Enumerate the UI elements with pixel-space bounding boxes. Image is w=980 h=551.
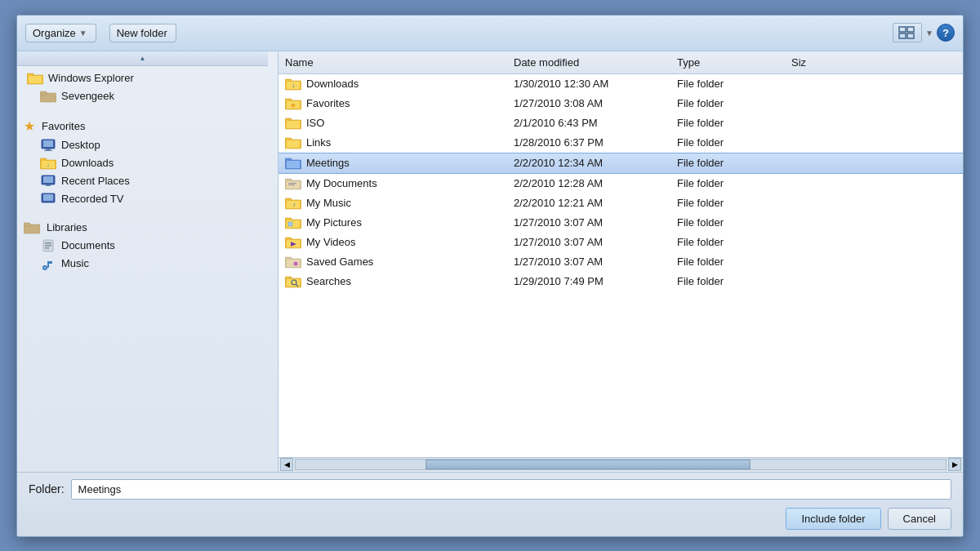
svg-rect-27 [45,247,49,249]
file-name-my-music: ♪ My Music [278,196,507,211]
file-type-favorites: File folder [670,96,785,110]
file-type-searches: File folder [670,274,785,288]
col-header-date[interactable]: Date modified [507,55,670,70]
nav-item-desktop[interactable]: Desktop [17,136,278,154]
col-header-size[interactable]: Siz [785,55,834,70]
cancel-button[interactable]: Cancel [888,508,951,530]
file-name-links: Links [278,136,507,150]
nav-sub-folder-icon [40,90,56,103]
h-scroll-right-btn[interactable]: ▶ [948,458,961,471]
monitor-icon [40,139,56,152]
nav-libraries-label: Libraries [47,221,87,233]
recorded-tv-icon [40,193,56,206]
file-type-iso: File folder [670,116,785,130]
organize-label: Organize [33,27,76,39]
file-myvid-icon [285,236,301,249]
file-date-my-videos: 1/27/2010 3:07 AM [507,235,670,249]
file-row-saved-games[interactable]: Saved Games 1/27/2010 3:07 AM File folde… [278,252,963,272]
file-row-my-music[interactable]: ♪ My Music 2/2/2010 12:21 AM File folder [278,193,963,213]
col-header-name[interactable]: Name [278,55,507,70]
col-header-type[interactable]: Type [670,55,785,70]
file-savedgames-icon [285,256,301,269]
svg-rect-61 [288,222,292,226]
svg-rect-21 [43,194,53,201]
h-scroll-thumb[interactable] [425,460,751,469]
recent-places-icon [40,175,56,188]
file-row-searches[interactable]: Searches 1/29/2010 7:49 PM File folder [278,272,963,291]
horizontal-scrollbar[interactable]: ◀ ▶ [278,457,963,472]
main-area: ▲ Windows Explorer Sevengeek [17,51,963,472]
nav-section-libraries[interactable]: Libraries [17,216,278,237]
organize-chevron-icon: ▼ [79,29,87,38]
file-row-downloads[interactable]: ↓ Downloads 1/30/2010 12:30 AM File fold… [278,74,963,94]
file-name-my-pictures: My Pictures [278,216,507,230]
folder-label: Folder: [29,482,65,495]
nav-scroll-up[interactable]: ▲ [17,51,268,66]
file-row-my-pictures[interactable]: My Pictures 1/27/2010 3:07 AM File folde… [278,213,963,233]
nav-item-recent-places[interactable]: Recent Places [17,172,278,190]
file-date-favorites: 1/27/2010 3:08 AM [507,96,670,110]
svg-rect-25 [45,242,51,244]
file-name-my-documents: My Documents [278,176,507,191]
file-size-downloads [785,83,834,85]
file-row-favorites[interactable]: ★ Favorites 1/27/2010 3:08 AM File folde… [278,94,963,113]
file-type-downloads: File folder [670,77,785,91]
nav-item-documents[interactable]: Documents [17,237,278,255]
file-row-iso[interactable]: ISO 2/1/2010 6:43 PM File folder [278,113,963,133]
file-size-my-pictures [785,222,834,224]
file-mypic-icon [285,216,301,229]
view-toggle-button[interactable] [893,23,922,42]
help-button[interactable]: ? [937,24,955,42]
organize-button[interactable]: Organize ▼ [25,24,96,42]
file-meetings-icon [285,157,301,170]
downloads-folder-icon: ↓ [40,157,56,170]
h-scroll-left-btn[interactable]: ◀ [280,458,293,471]
include-folder-button[interactable]: Include folder [786,508,880,530]
file-row-links[interactable]: Links 1/28/2010 6:37 PM File folder [278,133,963,153]
svg-rect-10 [43,140,53,147]
svg-rect-0 [899,27,906,32]
file-row-meetings[interactable]: Meetings 2/2/2010 12:34 AM File folder [278,153,963,174]
svg-rect-3 [907,33,914,38]
svg-rect-23 [24,223,30,226]
file-date-my-pictures: 1/27/2010 3:07 AM [507,216,670,229]
folder-value-input[interactable]: Meetings [71,479,951,500]
svg-rect-45 [287,140,300,148]
nav-item-downloads[interactable]: ↓ Downloads [17,154,278,172]
svg-rect-1 [907,27,914,32]
file-links-icon [285,136,301,149]
svg-rect-6 [29,76,42,83]
file-mymusic-icon: ♪ [285,197,301,210]
nav-item-sevengeek[interactable]: Sevengeek [17,87,278,105]
documents-icon [40,239,56,252]
file-name-saved-games: Saved Games [278,255,507,269]
file-date-saved-games: 1/27/2010 3:07 AM [507,255,670,269]
nav-item-windows-explorer[interactable]: Windows Explorer [17,69,278,87]
file-name-my-videos: My Videos [278,235,507,250]
nav-label-documents: Documents [61,239,115,251]
file-size-favorites [785,103,834,104]
nav-item-music[interactable]: Music [17,255,278,273]
file-size-searches [785,281,834,282]
file-folder-icon: ↓ [285,78,301,91]
new-folder-button[interactable]: New folder [109,24,176,42]
file-row-my-documents[interactable]: My Documents 2/2/2010 12:28 AM File fold… [278,174,963,193]
file-list-header: Name Date modified Type Siz [278,51,963,74]
toolbar: Organize ▼ New folder ▼ ? [17,16,963,51]
file-size-meetings [785,162,834,164]
dialog-window: Organize ▼ New folder ▼ ? ▲ [16,15,964,537]
file-date-meetings: 2/2/2010 12:34 AM [507,156,670,170]
svg-rect-52 [288,183,296,184]
svg-rect-8 [40,91,47,95]
bottom-area: Folder: Meetings Include folder Cancel [17,472,963,536]
file-date-iso: 2/1/2010 6:43 PM [507,116,670,130]
nav-item-recorded-tv[interactable]: Recorded TV [17,190,278,208]
nav-section-favorites[interactable]: ★ Favorites [17,113,278,136]
nav-label-downloads: Downloads [61,157,114,169]
file-panel: Name Date modified Type Siz ↓ D [278,51,963,472]
svg-text:♪: ♪ [292,201,296,208]
file-name-favorites: ★ Favorites [278,96,507,111]
nav-label-recent-places: Recent Places [61,175,130,187]
h-scroll-track[interactable] [295,459,947,470]
file-row-my-videos[interactable]: My Videos 1/27/2010 3:07 AM File folder [278,233,963,252]
